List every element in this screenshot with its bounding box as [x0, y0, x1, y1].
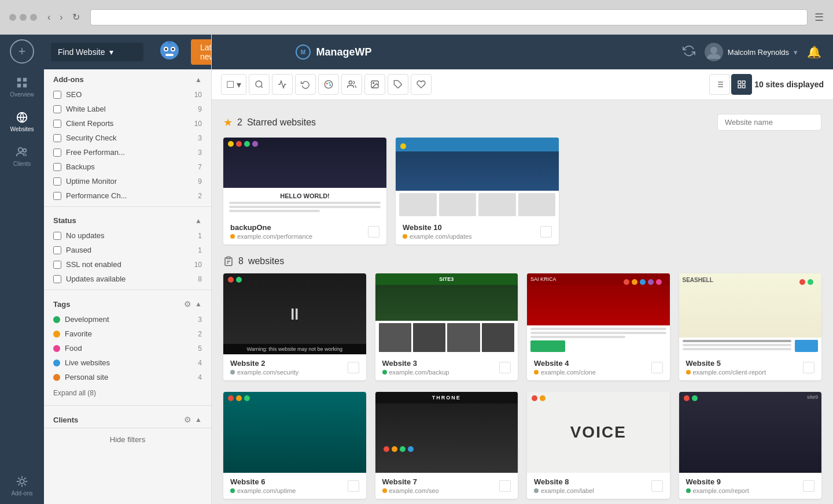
card-checkbox-website9[interactable] — [803, 480, 814, 492]
dot-minimize[interactable] — [20, 14, 27, 21]
card-checkbox-website6[interactable] — [348, 480, 359, 492]
card-url-website7: example.com/seo — [382, 487, 500, 494]
plugin-button[interactable] — [411, 74, 432, 95]
filter-tag-food[interactable]: Food 5 — [44, 341, 211, 355]
update-button[interactable] — [295, 74, 316, 95]
analytics-button[interactable] — [272, 74, 293, 95]
browser-menu-icon[interactable]: ☰ — [814, 11, 824, 24]
filter-sslnot-checkbox[interactable] — [53, 261, 61, 269]
svg-rect-14 — [165, 54, 174, 56]
tags-wrench-icon[interactable]: ⚙ — [184, 299, 191, 309]
card-checkbox-website7[interactable] — [499, 480, 511, 492]
filter-whitelabel[interactable]: White Label 9 — [44, 102, 211, 116]
card-checkbox-website2[interactable] — [348, 362, 359, 373]
hide-filters-button[interactable]: Hide filters — [44, 428, 211, 451]
filter-whitelabel-checkbox[interactable] — [53, 105, 61, 113]
filter-seo[interactable]: SEO 10 — [44, 87, 211, 102]
clients-wrench-icon[interactable]: ⚙ — [184, 415, 191, 424]
card-thumbnail-website5: SEASHELL — [679, 273, 822, 354]
website-card-website4[interactable]: SAI KRICA — [527, 273, 670, 380]
grid-view-button[interactable] — [731, 74, 752, 95]
addons-collapse-btn[interactable]: ▲ — [195, 76, 202, 84]
website-card-website9[interactable]: site9 Website 9 example.com/report — [679, 392, 822, 499]
card-info-website2: Website 2 example.com/security — [230, 359, 348, 376]
website-name-search[interactable] — [717, 114, 821, 131]
media-button[interactable] — [364, 74, 385, 95]
user-menu[interactable]: Malcolm Reynolds ▾ — [705, 43, 798, 61]
tl1-w5 — [683, 340, 792, 342]
filter-clientreports-checkbox[interactable] — [53, 120, 61, 128]
card-url-website9: example.com/report — [686, 487, 803, 494]
filter-tag-personalsite[interactable]: Personal site 4 — [44, 370, 211, 384]
website-card-backupone[interactable]: HELLO WORLD! backupOne example.com/perfo… — [223, 138, 386, 244]
filter-freeperform[interactable]: Free Performan... 3 — [44, 145, 211, 160]
search-button[interactable] — [249, 74, 270, 95]
website-card-website6[interactable]: Website 6 example.com/uptime — [223, 392, 366, 499]
filter-paused[interactable]: Paused 1 — [44, 243, 211, 257]
card-checkbox-website8[interactable] — [651, 480, 663, 492]
card-checkbox-website4[interactable] — [651, 362, 663, 373]
website-card-website3[interactable]: SITE3 Website 3 e — [375, 273, 518, 380]
back-button[interactable]: ‹ — [44, 10, 54, 24]
filter-perfcheck[interactable]: Performance Ch... 2 — [44, 188, 211, 203]
refresh-button[interactable] — [683, 45, 695, 60]
filter-seo-checkbox[interactable] — [53, 91, 61, 99]
filter-tag-livewebsites[interactable]: Live websites 4 — [44, 355, 211, 370]
clients-collapse-btn[interactable]: ▲ — [195, 416, 202, 424]
filter-uptime-checkbox[interactable] — [53, 177, 61, 186]
card-name-website3: Website 3 — [382, 359, 500, 368]
brand-name: ManageWP — [316, 46, 371, 58]
filter-securitycheck-checkbox[interactable] — [53, 134, 61, 142]
sidebar-item-addons[interactable]: Add-ons — [6, 469, 38, 502]
latest-news-badge[interactable]: Latest news — [191, 39, 212, 65]
filter-backups-checkbox[interactable] — [53, 163, 61, 171]
filter-paused-checkbox[interactable] — [53, 246, 61, 254]
website-card-website5[interactable]: SEASHELL — [679, 273, 822, 380]
filter-tag-development[interactable]: Development 3 — [44, 312, 211, 327]
card-checkbox-website5[interactable] — [803, 362, 814, 373]
notification-button[interactable]: 🔔 — [807, 45, 821, 59]
filter-tag-favorite[interactable]: Favorite 2 — [44, 327, 211, 341]
sidebar-item-overview[interactable]: Overview — [6, 71, 38, 103]
reload-button[interactable]: ↻ — [69, 10, 83, 24]
select-all-button[interactable]: ☐ ▾ — [221, 74, 246, 95]
filter-updatesavail-checkbox[interactable] — [53, 275, 61, 283]
filter-noupdates[interactable]: No updates 1 — [44, 228, 211, 243]
add-site-button[interactable]: + — [10, 39, 34, 64]
website-card-website7[interactable]: THRONE Website 7 — [375, 392, 518, 499]
status-collapse-btn[interactable]: ▲ — [195, 217, 202, 225]
filter-clientreports[interactable]: Client Reports 10 — [44, 116, 211, 131]
filter-uptime[interactable]: Uptime Monitor 9 — [44, 174, 211, 188]
dot-fullscreen[interactable] — [30, 14, 37, 21]
card-checkbox-website3[interactable] — [499, 362, 511, 373]
svg-point-21 — [326, 83, 328, 84]
find-website-button[interactable]: Find Website ▾ — [51, 43, 143, 61]
website-card-website10[interactable]: Website 10 example.com/updates — [396, 138, 559, 244]
website-card-website8[interactable]: VOICE Website 8 example.com/label — [527, 392, 670, 499]
filter-securitycheck[interactable]: Security Check 3 — [44, 131, 211, 145]
filter-noupdates-checkbox[interactable] — [53, 232, 61, 240]
card-checkbox-website10[interactable] — [540, 226, 552, 238]
forward-button[interactable]: › — [56, 10, 66, 24]
expand-all-button[interactable]: Expand all (8) — [44, 384, 211, 402]
users-button[interactable] — [341, 74, 362, 95]
star-icon: ★ — [223, 116, 233, 129]
website-card-website2[interactable]: ⏸ Warning: this website may not be worki… — [223, 273, 366, 380]
colors-button[interactable] — [318, 74, 339, 95]
tags-collapse-btn[interactable]: ▲ — [195, 300, 202, 308]
url-website4: example.com/clone — [541, 369, 596, 376]
filter-sslnot[interactable]: SSL not enabled 10 — [44, 257, 211, 272]
url-bar[interactable] — [90, 9, 808, 25]
card-footer-website2: Website 2 example.com/security — [223, 354, 366, 380]
filter-backups[interactable]: Backups 7 — [44, 160, 211, 174]
list-view-button[interactable] — [709, 74, 730, 95]
tags-button[interactable] — [388, 74, 408, 95]
filter-whitelabel-label: White Label — [66, 105, 193, 113]
filter-freeperform-checkbox[interactable] — [53, 149, 61, 157]
dot-close[interactable] — [9, 14, 16, 21]
sidebar-item-websites[interactable]: Websites — [6, 105, 38, 138]
sidebar-item-clients[interactable]: Clients — [6, 140, 38, 172]
filter-updatesavail[interactable]: Updates available 8 — [44, 272, 211, 286]
filter-perfcheck-checkbox[interactable] — [53, 192, 61, 200]
card-checkbox-backupone[interactable] — [368, 226, 379, 238]
